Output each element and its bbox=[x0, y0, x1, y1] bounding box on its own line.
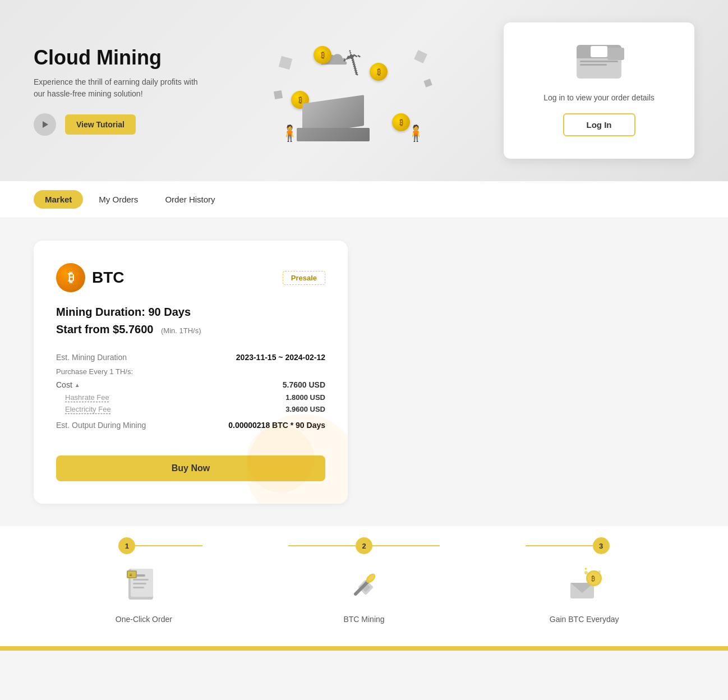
mining-platform bbox=[297, 128, 370, 141]
login-button[interactable]: Log In bbox=[563, 113, 635, 136]
output-value: 0.00000218 BTC * 90 Days bbox=[228, 421, 325, 430]
output-row: Est. Output During Mining 0.00000218 BTC… bbox=[56, 417, 325, 433]
svg-rect-4 bbox=[133, 579, 149, 581]
electricity-fee-row: Electricity Fee 3.9600 USD bbox=[56, 403, 325, 415]
step-3-top: 3 bbox=[474, 537, 694, 554]
est-duration-label: Est. Mining Duration bbox=[56, 353, 127, 362]
mining-duration: Mining Duration: 90 Days bbox=[56, 306, 325, 319]
btc-icon: ₿ bbox=[56, 263, 85, 292]
cube-2 bbox=[274, 90, 283, 99]
step-3-label: Gain BTC Everyday bbox=[474, 615, 694, 624]
cost-row: Cost ▲ 5.7600 USD bbox=[56, 378, 325, 392]
est-duration-row: Est. Mining Duration 2023-11-15 ~ 2024-0… bbox=[56, 349, 325, 365]
person-left: 🧍 bbox=[280, 124, 300, 142]
hero-title: Cloud Mining bbox=[34, 46, 202, 70]
hero-section: Cloud Mining Experience the thrill of ea… bbox=[0, 0, 728, 181]
step-1-number: 1 bbox=[118, 537, 135, 554]
sort-icon: ▲ bbox=[75, 382, 80, 388]
btc-name: BTC bbox=[92, 269, 125, 287]
hero-actions: View Tutorial bbox=[34, 113, 202, 136]
start-price: Start from $5.7600 (Min. 1TH/s) bbox=[56, 323, 325, 336]
step-1-icon-wrap: ≡ bbox=[121, 563, 166, 608]
nav-tabs: Market My Orders Order History bbox=[34, 181, 694, 218]
svg-text:✦: ✦ bbox=[584, 567, 588, 572]
step-1: 1 ≡ bbox=[34, 537, 254, 615]
step-connector-3 bbox=[372, 545, 440, 546]
output-label: Est. Output During Mining bbox=[56, 421, 146, 430]
presale-badge: Presale bbox=[283, 271, 325, 285]
footer-bar bbox=[0, 646, 728, 651]
step-connector-2 bbox=[288, 545, 356, 546]
play-button[interactable] bbox=[34, 113, 56, 136]
cube-4 bbox=[423, 79, 432, 87]
person-right: 🧍 bbox=[406, 124, 426, 142]
hero-subtitle: Experience the thrill of earning daily p… bbox=[34, 76, 202, 100]
login-card-illustration bbox=[574, 45, 624, 84]
view-tutorial-button[interactable]: View Tutorial bbox=[65, 114, 136, 135]
step-2-number: 2 bbox=[356, 537, 372, 554]
step-connector-4 bbox=[526, 545, 593, 546]
hero-left: Cloud Mining Experience the thrill of ea… bbox=[34, 46, 202, 136]
step-2-top: 2 bbox=[254, 537, 474, 554]
electricity-fee-value: 3.9600 USD bbox=[285, 405, 325, 413]
step-3-icon-wrap: ₿ ✦ bbox=[562, 563, 607, 608]
hashrate-fee-label: Hashrate Fee bbox=[65, 393, 109, 402]
tab-order-history[interactable]: Order History bbox=[154, 190, 226, 209]
cost-label: Cost ▲ bbox=[56, 380, 80, 389]
steps-row: 1 ≡ 2 bbox=[0, 526, 728, 615]
svg-text:₿: ₿ bbox=[591, 575, 595, 583]
document-icon: ≡ bbox=[124, 566, 163, 605]
mining-card: ₿ BTC Presale Mining Duration: 90 Days S… bbox=[34, 241, 348, 504]
cube-3 bbox=[414, 50, 427, 63]
step-3: 3 ₿ ✦ bbox=[474, 537, 694, 615]
purchase-label: Purchase Every 1 TH/s: bbox=[56, 365, 325, 378]
svg-rect-5 bbox=[133, 583, 146, 584]
step-connector-1 bbox=[135, 545, 202, 546]
cost-value: 5.7600 USD bbox=[283, 380, 325, 389]
electricity-fee-label: Electricity Fee bbox=[65, 405, 111, 413]
tab-market[interactable]: Market bbox=[34, 190, 83, 209]
cube-1 bbox=[279, 56, 292, 69]
steps-labels: One-Click Order BTC Mining Gain BTC Ever… bbox=[0, 615, 728, 646]
coin-decoration-1: ₿ bbox=[314, 46, 331, 64]
hashrate-fee-row: Hashrate Fee 1.8000 USD bbox=[56, 392, 325, 403]
details-section: Est. Mining Duration 2023-11-15 ~ 2024-0… bbox=[56, 349, 325, 433]
svg-point-23 bbox=[598, 570, 601, 573]
hashrate-fee-value: 1.8000 USD bbox=[285, 393, 325, 402]
buy-now-button[interactable]: Buy Now bbox=[56, 455, 325, 481]
pickaxe-mining-icon bbox=[344, 566, 384, 605]
coin-logo: ₿ BTC bbox=[56, 263, 125, 292]
est-duration-value: 2023-11-15 ~ 2024-02-12 bbox=[236, 353, 325, 362]
step-1-top: 1 bbox=[34, 537, 254, 554]
card-header: ₿ BTC Presale bbox=[56, 263, 325, 292]
step-2: 2 bbox=[254, 537, 474, 615]
gain-btc-icon: ₿ ✦ bbox=[565, 566, 604, 605]
step-2-label: BTC Mining bbox=[254, 615, 474, 624]
navigation: Market My Orders Order History bbox=[0, 181, 728, 218]
hero-illustration: ☁ ₿ ₿ ₿ ₿ ⛏ 🧍 🧍 bbox=[202, 29, 504, 153]
coin-decoration-2: ₿ bbox=[370, 63, 388, 81]
login-card-text: Log in to view your order details bbox=[526, 93, 672, 102]
step-1-label: One-Click Order bbox=[34, 615, 254, 624]
login-card: Log in to view your order details Log In bbox=[504, 22, 694, 159]
tab-my-orders[interactable]: My Orders bbox=[87, 190, 149, 209]
main-content: ₿ BTC Presale Mining Duration: 90 Days S… bbox=[0, 218, 728, 526]
svg-rect-6 bbox=[133, 587, 144, 588]
svg-text:≡: ≡ bbox=[130, 573, 132, 578]
step-3-number: 3 bbox=[593, 537, 610, 554]
step-2-icon-wrap bbox=[342, 563, 386, 608]
min-label: (Min. 1TH/s) bbox=[161, 326, 201, 335]
steps-section: 1 ≡ 2 bbox=[0, 526, 728, 646]
svg-marker-0 bbox=[43, 121, 48, 128]
